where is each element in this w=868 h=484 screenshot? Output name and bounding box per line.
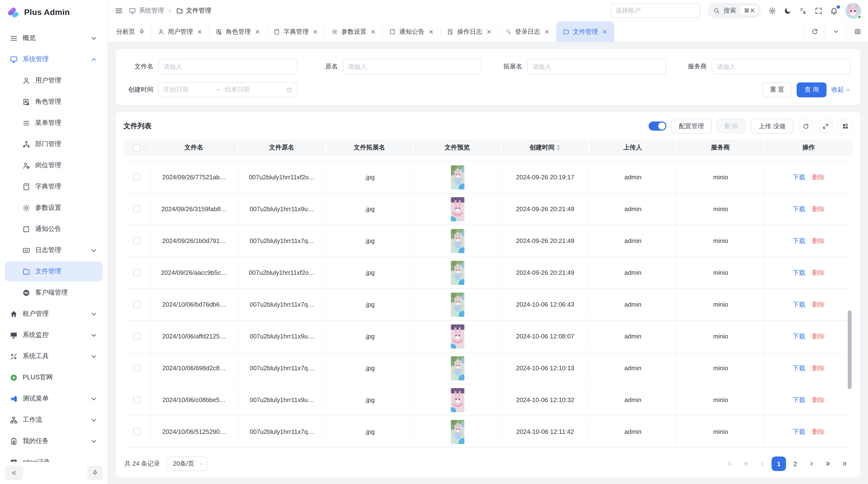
- sidebar-item-sys-tools[interactable]: 系统工具: [5, 346, 103, 366]
- sort-control[interactable]: [557, 144, 560, 151]
- sidebar-collapse-button[interactable]: [5, 466, 23, 480]
- translate-button[interactable]: 文A: [799, 6, 807, 15]
- sidebar-pin-button[interactable]: [87, 466, 103, 480]
- tab-analysis[interactable]: 分析页: [110, 21, 151, 42]
- preview-cell[interactable]: [414, 193, 501, 225]
- download-link[interactable]: 下载: [793, 332, 805, 341]
- tab-param[interactable]: 参数设置: [325, 21, 383, 42]
- sidebar-item-overview[interactable]: 概览: [5, 28, 103, 48]
- page-number-1[interactable]: 1: [772, 456, 786, 471]
- delete-button[interactable]: 删 除: [717, 119, 746, 133]
- download-link[interactable]: 下载: [793, 173, 805, 182]
- sidebar-item-role[interactable]: 角色管理: [5, 92, 103, 112]
- delete-link[interactable]: 删除: [812, 173, 825, 182]
- preview-cell[interactable]: [414, 225, 501, 256]
- provider-input[interactable]: [712, 59, 850, 74]
- table-fullscreen-button[interactable]: [818, 119, 833, 133]
- date-range-input[interactable]: 开始日期 结束日期: [158, 82, 297, 97]
- tab-operlog[interactable]: 操作日志: [441, 21, 499, 42]
- menu-toggle-button[interactable]: [115, 6, 123, 15]
- upload-button[interactable]: 上传 没做: [751, 119, 793, 133]
- sidebar-item-dict[interactable]: 字典管理: [5, 176, 103, 197]
- preview-cell[interactable]: [414, 161, 501, 193]
- tab-close[interactable]: [486, 28, 492, 35]
- delete-link[interactable]: 删除: [812, 395, 825, 404]
- tab-refresh-button[interactable]: [804, 21, 826, 42]
- tab-role[interactable]: 角色管理: [209, 21, 267, 42]
- download-link[interactable]: 下载: [793, 205, 805, 213]
- tab-list-button[interactable]: [826, 21, 847, 42]
- dark-mode-button[interactable]: [784, 6, 792, 15]
- sidebar-item-my-tasks[interactable]: 我的任务: [5, 431, 103, 451]
- column-settings-button[interactable]: [838, 119, 852, 133]
- tab-close[interactable]: [254, 28, 261, 35]
- download-link[interactable]: 下载: [793, 427, 805, 436]
- download-link[interactable]: 下载: [793, 236, 805, 245]
- row-checkbox[interactable]: [133, 237, 140, 245]
- settings-button[interactable]: [768, 6, 776, 15]
- column-header[interactable]: 创建时间: [501, 139, 589, 156]
- notifications-button[interactable]: [830, 6, 838, 15]
- tab-close[interactable]: [544, 28, 550, 35]
- row-checkbox[interactable]: [133, 333, 140, 340]
- row-checkbox[interactable]: [133, 269, 140, 276]
- breadcrumb-item-file-management[interactable]: 文件管理: [176, 6, 211, 15]
- delete-link[interactable]: 删除: [812, 236, 825, 245]
- page-number-2[interactable]: 2: [788, 456, 802, 471]
- table-scrollbar[interactable]: [848, 311, 851, 389]
- tab-dict[interactable]: 字典管理: [267, 21, 325, 42]
- delete-link[interactable]: 删除: [812, 332, 825, 341]
- preview-cell[interactable]: [414, 352, 501, 384]
- preview-cell[interactable]: [414, 257, 501, 288]
- delete-link[interactable]: 删除: [812, 427, 825, 436]
- fullscreen-button[interactable]: [814, 6, 823, 15]
- tab-file[interactable]: 文件管理: [557, 21, 614, 42]
- sidebar-item-system[interactable]: 系统管理: [5, 49, 103, 69]
- config-toggle[interactable]: [649, 122, 666, 131]
- config-manage-button[interactable]: 配置管理: [671, 119, 712, 133]
- sidebar-item-notice[interactable]: 通知公告: [5, 219, 103, 239]
- next-page-button[interactable]: [804, 456, 819, 471]
- page-size-select[interactable]: 20条/页: [166, 456, 208, 471]
- last-page-button[interactable]: [837, 456, 851, 471]
- delete-link[interactable]: 删除: [812, 268, 825, 277]
- delete-link[interactable]: 删除: [812, 364, 825, 373]
- preview-cell[interactable]: [414, 321, 501, 352]
- sidebar-item-sys-monitor[interactable]: 系统监控: [5, 325, 103, 345]
- reset-button[interactable]: 重 置: [763, 82, 792, 97]
- tab-close[interactable]: [370, 28, 377, 35]
- tenant-select[interactable]: 选择租户: [610, 3, 700, 18]
- tab-close[interactable]: [312, 28, 319, 35]
- tab-close[interactable]: [428, 28, 434, 35]
- breadcrumb-item-system-management[interactable]: 系统管理: [129, 6, 164, 15]
- sidebar-item-menu[interactable]: 菜单管理: [5, 113, 103, 133]
- tab-close[interactable]: [196, 28, 203, 35]
- row-checkbox[interactable]: [133, 301, 140, 308]
- row-checkbox[interactable]: [133, 396, 140, 404]
- sidebar-item-tenant[interactable]: 租户管理: [5, 304, 103, 324]
- sidebar-item-param[interactable]: 参数设置: [5, 198, 103, 218]
- collapse-link[interactable]: 收起: [831, 85, 850, 94]
- first-page-button[interactable]: [722, 456, 737, 471]
- sidebar-item-user[interactable]: 用户管理: [5, 70, 103, 91]
- tab-notice[interactable]: 通知公告: [383, 21, 441, 42]
- extension-input[interactable]: [527, 59, 666, 74]
- tab-close[interactable]: [601, 28, 608, 35]
- tab-pin[interactable]: [138, 28, 145, 35]
- sidebar-item-log[interactable]: DEV日志管理: [5, 240, 103, 260]
- user-avatar[interactable]: [845, 3, 861, 19]
- tab-fullscreen-button[interactable]: [847, 21, 868, 42]
- table-refresh-button[interactable]: [798, 119, 813, 133]
- sidebar-item-post[interactable]: 岗位管理: [5, 155, 103, 175]
- preview-cell[interactable]: [414, 384, 501, 416]
- sidebar-item-dept[interactable]: 部门管理: [5, 134, 103, 154]
- download-link[interactable]: 下载: [793, 364, 805, 373]
- sidebar-item-plus-site[interactable]: PLUS官网: [5, 367, 103, 388]
- select-all-checkbox[interactable]: [133, 144, 140, 151]
- search-button[interactable]: 查 询: [797, 82, 827, 97]
- sidebar-item-test-menu[interactable]: 测试菜单: [5, 389, 103, 409]
- sidebar-item-file[interactable]: 文件管理: [5, 261, 103, 282]
- delete-link[interactable]: 删除: [812, 300, 825, 309]
- row-checkbox[interactable]: [133, 428, 140, 435]
- row-checkbox[interactable]: [133, 205, 140, 213]
